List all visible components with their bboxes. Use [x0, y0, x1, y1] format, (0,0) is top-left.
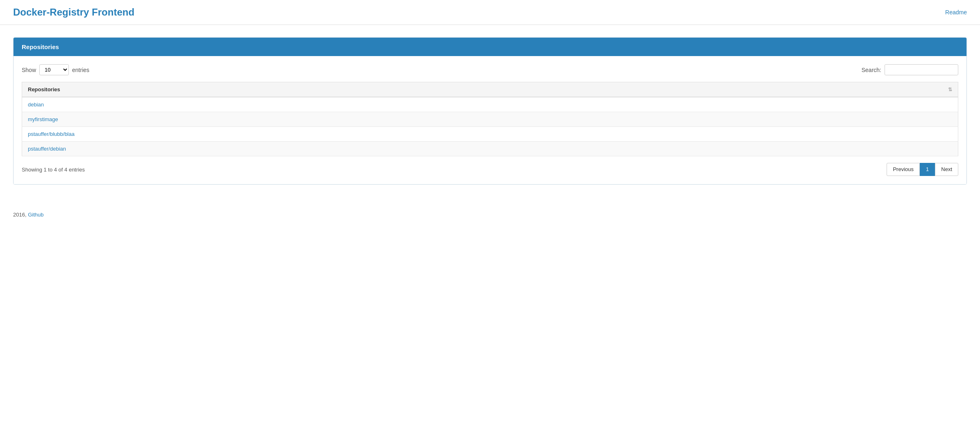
main-content: Repositories Show 10 25 50 100 entries S… [0, 25, 980, 197]
footer-year: 2016, [13, 212, 27, 218]
next-button[interactable]: Next [935, 163, 958, 176]
github-link[interactable]: Github [28, 212, 43, 218]
table-row: pstauffer/debian [22, 142, 958, 156]
repository-link[interactable]: pstauffer/blubb/blaa [28, 131, 75, 137]
repositories-card: Repositories Show 10 25 50 100 entries S… [13, 37, 967, 185]
readme-link[interactable]: Readme [945, 9, 967, 16]
repository-link[interactable]: myfirstimage [28, 116, 58, 122]
search-control: Search: [862, 64, 958, 75]
entries-per-page-select[interactable]: 10 25 50 100 [39, 64, 69, 75]
showing-info: Showing 1 to 4 of 4 entries [22, 167, 85, 173]
table-header-row: Repositories ⇅ [22, 82, 958, 97]
show-entries-control: Show 10 25 50 100 entries [22, 64, 89, 75]
table-row: pstauffer/blubb/blaa [22, 127, 958, 142]
page-footer: 2016, Github [0, 205, 980, 224]
card-body: Show 10 25 50 100 entries Search: [14, 56, 966, 184]
repository-link[interactable]: pstauffer/debian [28, 146, 66, 152]
card-title: Repositories [22, 43, 59, 50]
table-footer: Showing 1 to 4 of 4 entries Previous 1 N… [22, 163, 958, 176]
page-header: Docker-Registry Frontend Readme [0, 0, 980, 25]
pagination: Previous 1 Next [887, 163, 958, 176]
table-row: myfirstimage [22, 112, 958, 127]
table-controls: Show 10 25 50 100 entries Search: [22, 64, 958, 75]
repositories-table: Repositories ⇅ debianmyfirstimagepstauff… [22, 82, 958, 156]
column-header-repositories: Repositories ⇅ [22, 82, 958, 97]
repository-link[interactable]: debian [28, 101, 44, 108]
table-row: debian [22, 97, 958, 112]
page-1-button[interactable]: 1 [920, 163, 935, 176]
card-header: Repositories [14, 38, 966, 56]
page-title: Docker-Registry Frontend [13, 7, 134, 18]
search-input[interactable] [885, 64, 958, 75]
show-label: Show [22, 67, 36, 73]
previous-button[interactable]: Previous [887, 163, 920, 176]
sort-icon[interactable]: ⇅ [948, 87, 952, 92]
entries-label: entries [72, 67, 89, 73]
search-label: Search: [862, 67, 881, 73]
